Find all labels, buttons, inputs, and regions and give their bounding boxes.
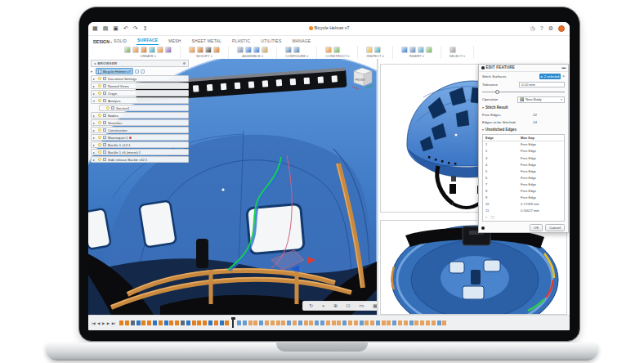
timeline-feature-icon[interactable] bbox=[248, 320, 253, 325]
tree-expand-icon[interactable]: ▸ bbox=[93, 121, 96, 125]
notifications-icon[interactable]: ◷ bbox=[530, 25, 535, 33]
cancel-button[interactable]: Cancel bbox=[545, 224, 565, 231]
browser-root-row[interactable]: ▾ Bicycle Helmet v7 bbox=[91, 68, 189, 74]
timeline-position-marker[interactable] bbox=[232, 318, 234, 328]
gap-table-row[interactable]: 4Free Edge bbox=[483, 161, 564, 168]
timeline-feature-icon[interactable] bbox=[337, 320, 341, 325]
timeline-feature-icon[interactable] bbox=[225, 320, 229, 325]
tool-icon[interactable] bbox=[132, 47, 139, 53]
timeline-feature-icon[interactable] bbox=[131, 320, 135, 325]
gap-table-row[interactable]: 7Free Edge bbox=[483, 181, 564, 187]
tool-icon[interactable] bbox=[285, 47, 292, 53]
timeline-feature-icon[interactable] bbox=[237, 320, 241, 325]
timeline-feature-icon[interactable] bbox=[404, 320, 408, 325]
tool-icon[interactable] bbox=[426, 47, 432, 53]
dialog-grip-icon[interactable] bbox=[481, 226, 485, 230]
gap-table-row[interactable]: 5Free Edge bbox=[483, 168, 564, 174]
unstitched-edges-section[interactable]: ▾ Unstitched Edges bbox=[482, 126, 565, 133]
tab-solid[interactable]: SOLID bbox=[113, 38, 127, 45]
tree-expand-icon[interactable]: ▸ bbox=[93, 150, 96, 155]
timeline-feature-icon[interactable] bbox=[259, 320, 263, 325]
viewport-divider[interactable] bbox=[377, 59, 378, 315]
timeline-feature-icon[interactable] bbox=[326, 320, 330, 325]
fit-icon[interactable]: ⊡ bbox=[347, 302, 351, 310]
viewport-main[interactable]: ◂ BROWSER ▾ Bicycle Helmet v7 bbox=[88, 59, 377, 315]
gap-table-row[interactable]: 8Free Edge bbox=[483, 187, 564, 194]
timeline-feature-icon[interactable] bbox=[420, 320, 424, 325]
operation-select[interactable]: New Body ▾ bbox=[517, 96, 565, 103]
timeline-feature-icon[interactable] bbox=[287, 320, 291, 325]
tree-expand-icon[interactable]: ▸ bbox=[93, 158, 96, 162]
tool-icon[interactable] bbox=[213, 47, 220, 53]
user-avatar[interactable] bbox=[558, 25, 565, 32]
tool-icon[interactable] bbox=[333, 47, 340, 53]
timeline-feature-icon[interactable] bbox=[398, 320, 402, 325]
tab-surface[interactable]: SURFACE bbox=[136, 37, 159, 45]
timeline-feature-icon[interactable] bbox=[164, 320, 168, 325]
file-menu-icon[interactable]: ▤ bbox=[103, 25, 109, 33]
timeline-feature-icon[interactable] bbox=[432, 320, 436, 325]
gap-table-row[interactable]: 3Free Edge bbox=[483, 155, 564, 161]
stitch-result-section[interactable]: ▾ Stitch Result bbox=[482, 104, 565, 111]
minimize-icon[interactable]: ▬ bbox=[562, 65, 566, 69]
timeline-feature-icon[interactable] bbox=[354, 320, 358, 325]
root-action-icon-2[interactable] bbox=[141, 69, 145, 74]
export-icon[interactable]: ↥ bbox=[143, 25, 148, 33]
timeline-feature-icon[interactable] bbox=[332, 320, 336, 325]
orbit-icon[interactable]: ↻ bbox=[309, 302, 313, 310]
timeline-feature-icon[interactable] bbox=[442, 320, 446, 325]
tool-icon[interactable] bbox=[237, 47, 244, 53]
visibility-bulb-icon[interactable] bbox=[98, 121, 101, 124]
tree-item-mannequin-1[interactable]: ▸Mannequin:1 bbox=[91, 134, 189, 141]
tab-sheet-metal[interactable]: SHEET METAL bbox=[191, 38, 222, 45]
visibility-bulb-icon[interactable] bbox=[98, 92, 101, 95]
tree-item-analysis[interactable]: ▾Analysis bbox=[91, 97, 189, 104]
tool-icon[interactable] bbox=[325, 47, 332, 53]
timeline-feature-icon[interactable] bbox=[119, 320, 123, 325]
tool-icon[interactable] bbox=[245, 47, 252, 53]
viewcube-front-label[interactable]: FRONT bbox=[356, 78, 366, 82]
skip-end-icon[interactable]: ▶| bbox=[112, 321, 116, 325]
timeline-feature-icon[interactable] bbox=[370, 320, 374, 325]
timeline-feature-icon[interactable] bbox=[169, 320, 173, 325]
timeline-feature-icon[interactable] bbox=[437, 320, 441, 325]
design-workspace-menu[interactable]: DESIGN ▾ bbox=[93, 39, 112, 44]
timeline-feature-icon[interactable] bbox=[360, 320, 364, 325]
timeline-feature-icon[interactable] bbox=[376, 320, 380, 325]
timeline-feature-icon[interactable] bbox=[214, 320, 218, 325]
tool-icon[interactable] bbox=[124, 47, 131, 53]
tree-expand-icon[interactable]: ▾ bbox=[93, 99, 96, 103]
tree-item-buckle-1-v12-1[interactable]: ▸Buckle 1 v12:1 bbox=[91, 141, 189, 148]
tree-expand-icon[interactable]: ▸ bbox=[93, 128, 96, 132]
gap-table-row[interactable]: 6Free Edge bbox=[483, 174, 564, 181]
timeline-feature-icon[interactable] bbox=[315, 320, 319, 325]
visibility-bulb-icon[interactable] bbox=[98, 84, 101, 87]
timeline-feature-icon[interactable] bbox=[414, 320, 418, 325]
tree-item-section1[interactable]: Section1 bbox=[99, 105, 189, 111]
undo-icon[interactable]: ↶ bbox=[123, 25, 128, 33]
tree-item-named-views[interactable]: ▸Named Views bbox=[91, 83, 189, 89]
tolerance-input[interactable]: 0.10 mm bbox=[519, 82, 565, 87]
clear-selection-icon[interactable]: × bbox=[562, 74, 565, 78]
tree-expand-icon[interactable]: ▸ bbox=[93, 114, 96, 118]
view-cube[interactable]: ⌂ FRONT bbox=[348, 64, 376, 90]
ok-button[interactable]: OK bbox=[530, 224, 543, 231]
tab-mesh[interactable]: MESH bbox=[168, 38, 181, 45]
tree-expand-icon[interactable]: ▸ bbox=[93, 143, 96, 147]
tree-expand-icon[interactable]: ▸ bbox=[93, 77, 96, 81]
step-forward-icon[interactable]: ▶ bbox=[107, 321, 110, 325]
timeline-feature-icon[interactable] bbox=[175, 320, 179, 325]
viewport-helmet-top[interactable] bbox=[380, 220, 567, 315]
step-back-icon[interactable]: ◀ bbox=[97, 321, 100, 325]
tool-icon[interactable] bbox=[253, 47, 260, 53]
timeline-feature-icon[interactable] bbox=[186, 320, 190, 325]
root-action-icon-1[interactable] bbox=[135, 69, 139, 74]
browser-header[interactable]: ◂ BROWSER bbox=[91, 60, 189, 67]
timeline-feature-icon[interactable] bbox=[243, 320, 247, 325]
zoom-to-edge-icon[interactable]: ⌕ bbox=[485, 215, 488, 219]
timeline-feature-icon[interactable] bbox=[265, 320, 269, 325]
select-edge-icon[interactable]: ▢ bbox=[491, 215, 494, 219]
tool-icon[interactable] bbox=[197, 47, 203, 53]
tree-item-document-settings[interactable]: ▸Document Settings bbox=[91, 75, 189, 82]
visibility-bulb-icon[interactable] bbox=[98, 99, 101, 102]
